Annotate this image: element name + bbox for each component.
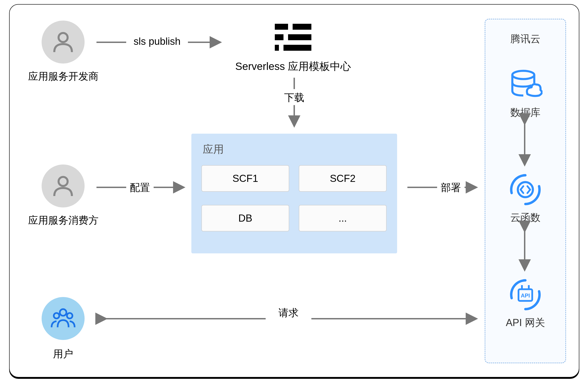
arrow-configure-label: 配置 [126, 181, 154, 194]
arrow-publish-label: sls publish [126, 36, 188, 47]
arrow-request-label: 请求 [266, 306, 311, 320]
arrow-deploy-label: 部署 [437, 181, 464, 194]
arrow-download-label: 下载 [280, 91, 308, 104]
arrows [10, 5, 579, 377]
diagram-frame: 应用服务开发商 应用服务消费方 [9, 4, 579, 377]
